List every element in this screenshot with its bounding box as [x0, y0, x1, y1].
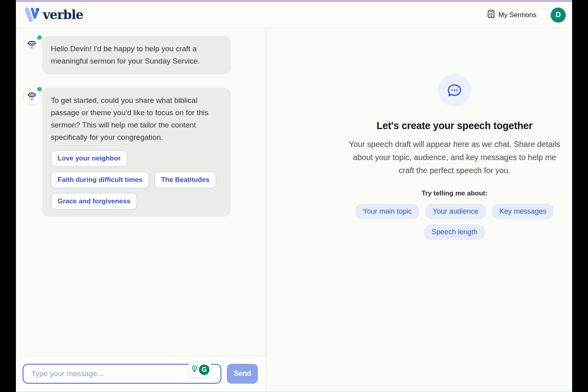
chat-panel: Hello Devin! I'd be happy to help you cr…	[16, 28, 266, 391]
grammarly-widget[interactable]: G	[188, 362, 212, 378]
chat-message-list: Hello Devin! I'd be happy to help you cr…	[16, 28, 266, 355]
message-composer: G Send	[16, 355, 266, 391]
topic-chip[interactable]: Your audience	[425, 204, 485, 219]
grammarly-icon: G	[199, 365, 209, 375]
my-sermons-button[interactable]: My Sermons	[485, 9, 539, 21]
brand-wordmark: verble	[43, 9, 83, 21]
speech-preview-panel: Let's create your speech together Your s…	[266, 28, 572, 391]
preview-title: Let's create your speech together	[377, 120, 533, 131]
online-status-dot	[37, 87, 42, 91]
bot-message-text: To get started, could you share what bib…	[51, 96, 209, 141]
brand-logo[interactable]: verble	[23, 6, 83, 24]
suggestion-chip[interactable]: Faith during difficult times	[51, 172, 149, 188]
chat-bubble-icon	[438, 74, 471, 106]
bot-avatar	[23, 36, 41, 54]
message-input-wrap: G	[23, 364, 221, 384]
suggestion-chip[interactable]: Grace and forgiveness	[51, 193, 137, 210]
my-sermons-label: My Sermons	[499, 11, 536, 19]
app-window: verble My Sermons D	[16, 0, 572, 392]
suggestion-chip-group: Love your neighbor Faith during difficul…	[51, 150, 222, 210]
send-button[interactable]: Send	[227, 364, 258, 384]
user-avatar[interactable]: D	[551, 8, 566, 23]
main-area: Hello Devin! I'd be happy to help you cr…	[16, 28, 572, 391]
verble-logo-icon	[23, 6, 40, 24]
bot-message-row: Hello Devin! I'd be happy to help you cr…	[23, 36, 256, 74]
bot-message-bubble: To get started, could you share what bib…	[42, 88, 231, 216]
online-status-dot	[37, 35, 42, 40]
try-telling-label: Try telling me about:	[422, 189, 487, 197]
bot-message-text: Hello Devin! I'd be happy to help you cr…	[51, 44, 200, 65]
topic-chip-group: Your main topic Your audience Key messag…	[351, 204, 558, 240]
preview-subtitle: Your speech draft will appear here as we…	[346, 138, 563, 178]
suggestion-chip[interactable]: Love your neighbor	[51, 150, 128, 167]
header-right: My Sermons D	[485, 8, 566, 23]
header: verble My Sermons D	[16, 2, 572, 28]
clipboard-icon	[487, 10, 495, 20]
topic-chip[interactable]: Your main topic	[355, 204, 419, 219]
bot-message-bubble: Hello Devin! I'd be happy to help you cr…	[42, 36, 231, 74]
bot-message-row: To get started, could you share what bib…	[23, 88, 256, 216]
empty-state: Let's create your speech together Your s…	[343, 74, 566, 240]
lightbulb-icon	[191, 365, 198, 375]
suggestion-chip[interactable]: The Beatitudes	[154, 172, 216, 188]
bot-avatar	[23, 88, 41, 105]
topic-chip[interactable]: Key messages	[492, 204, 554, 219]
topic-chip[interactable]: Speech length	[424, 224, 485, 240]
